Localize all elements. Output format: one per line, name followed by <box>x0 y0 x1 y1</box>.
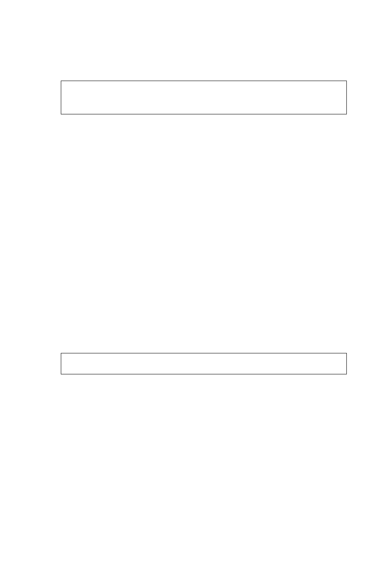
document-box-lower <box>61 353 347 374</box>
document-box-upper <box>61 81 347 114</box>
